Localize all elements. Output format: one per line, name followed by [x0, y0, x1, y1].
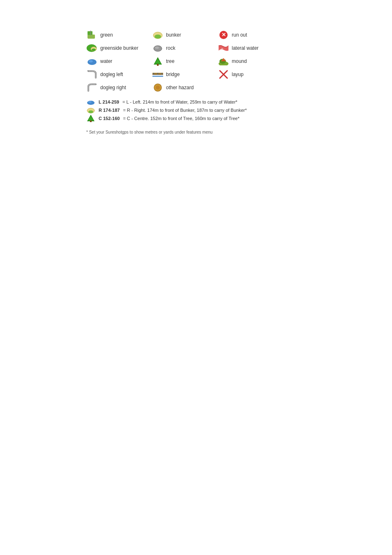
svg-rect-39: [90, 120, 92, 122]
runout-label: run out: [232, 32, 247, 38]
info-water-code: L 214-259: [99, 99, 119, 104]
svg-point-36: [88, 111, 93, 113]
legend-item-bridge: bridge: [152, 68, 218, 81]
info-row-bunker: R 174-187 = R - Right. 174m to front of …: [86, 107, 247, 113]
legend-item-green: green: [86, 29, 152, 41]
rock-label: rock: [166, 45, 175, 51]
doglegright-label: dogleg right: [100, 85, 126, 90]
svg-text:~: ~: [221, 46, 223, 51]
info-section: L 214-259 = L - Left. 214m to front of W…: [86, 99, 247, 123]
lateral-label: lateral water: [232, 45, 258, 51]
info-water-desc: = L - Left. 214m to front of Water, 259m…: [122, 99, 238, 104]
otherhazard-icon: [152, 83, 164, 92]
mound-icon: [218, 56, 229, 66]
rock-icon: [152, 43, 164, 53]
svg-text:✕: ✕: [221, 32, 226, 38]
greenside-icon: [86, 43, 98, 53]
svg-rect-0: [88, 35, 95, 39]
svg-point-34: [88, 101, 92, 103]
svg-marker-38: [88, 116, 94, 120]
svg-point-32: [156, 86, 160, 90]
greenside-label: greenside bunker: [100, 45, 138, 51]
svg-point-11: [155, 46, 159, 49]
legend-item-doglegright: dogleg right: [86, 81, 152, 94]
otherhazard-label: other hazard: [166, 85, 194, 90]
svg-point-4: [154, 35, 161, 39]
info-row-tree: C 152-160 = C - Centre. 152m to front of…: [86, 115, 247, 122]
tree-icon: [152, 56, 164, 66]
legend-item-doglegleft: dogleg left: [86, 68, 152, 81]
footnote: * Set your Sureshotgps to show metres or…: [86, 130, 212, 134]
info-water-icon: [86, 99, 95, 105]
lateral-icon: ~: [218, 43, 229, 53]
legend-item-greenside: greenside bunker: [86, 42, 152, 54]
water-icon: [86, 56, 98, 66]
doglegleft-label: dogleg left: [100, 72, 123, 77]
svg-rect-24: [152, 76, 163, 77]
doglegleft-icon: [86, 69, 98, 79]
runout-icon: ✕: [218, 30, 229, 40]
legend-item-mound: mound: [218, 55, 284, 67]
green-label: green: [100, 32, 113, 38]
svg-point-9: [92, 49, 96, 51]
tree-label: tree: [166, 58, 175, 64]
info-tree-code: C 152-160: [99, 116, 120, 121]
legend-item-lateral: ~ lateral water: [218, 42, 284, 54]
info-bunker-code: R 174-187: [99, 108, 120, 113]
info-row-water: L 214-259 = L - Left. 214m to front of W…: [86, 99, 247, 105]
info-tree-desc: = C - Centre. 152m to front of Tree, 160…: [123, 116, 239, 121]
legend-item-bunker: bunker: [152, 29, 218, 41]
mound-label: mound: [232, 58, 247, 64]
green-icon: [86, 30, 98, 40]
svg-marker-16: [154, 59, 161, 64]
legend-item-runout: ✕ run out: [218, 29, 284, 41]
svg-rect-2: [90, 30, 91, 35]
bridge-label: bridge: [166, 72, 180, 77]
legend-item-tree: tree: [152, 55, 218, 67]
water-label: water: [100, 58, 112, 64]
legend-item-otherhazard: other hazard: [152, 81, 218, 94]
layup-icon: [218, 69, 229, 79]
info-tree-icon: [86, 115, 95, 122]
bunker-label: bunker: [166, 32, 181, 38]
doglegright-icon: [86, 83, 98, 92]
legend-item-water: water: [86, 55, 152, 67]
legend-grid: green bunker ✕ run out greensi: [86, 29, 284, 94]
svg-rect-17: [157, 64, 159, 66]
svg-point-14: [89, 60, 93, 62]
info-bunker-desc: = R - Right. 174m to front of Bunker, 18…: [123, 108, 247, 113]
layup-label: layup: [232, 72, 244, 77]
bunker-icon: [152, 30, 164, 40]
legend-item-rock: rock: [152, 42, 218, 54]
bridge-icon: [152, 69, 164, 79]
info-bunker-icon: [86, 107, 95, 113]
legend-item-layup: layup: [218, 68, 284, 81]
